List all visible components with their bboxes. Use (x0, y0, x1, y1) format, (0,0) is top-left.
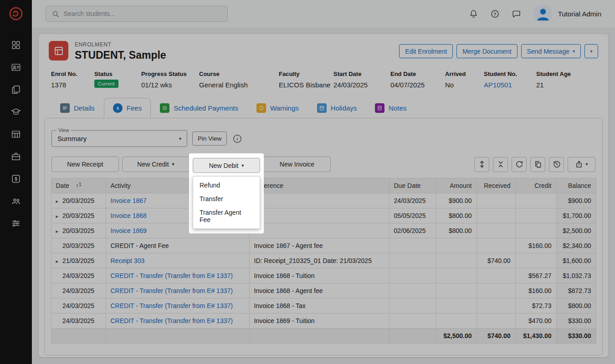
new-debit-spotlight: New Debit ▾ Refund Transfer Transfer Age… (189, 153, 264, 233)
new-debit-menu: Refund Transfer Transfer Agent Fee (193, 176, 260, 229)
new-debit-label: New Debit (209, 162, 239, 169)
app-window: $ (0, 0, 615, 364)
tutorial-dim-overlay (0, 0, 615, 364)
menu-item-transfer-agent-fee[interactable]: Transfer Agent Fee (193, 206, 260, 227)
new-debit-button[interactable]: New Debit ▾ (193, 158, 260, 173)
caret-down-icon: ▾ (241, 163, 244, 168)
menu-item-refund[interactable]: Refund (193, 178, 260, 192)
menu-item-transfer[interactable]: Transfer (193, 192, 260, 206)
